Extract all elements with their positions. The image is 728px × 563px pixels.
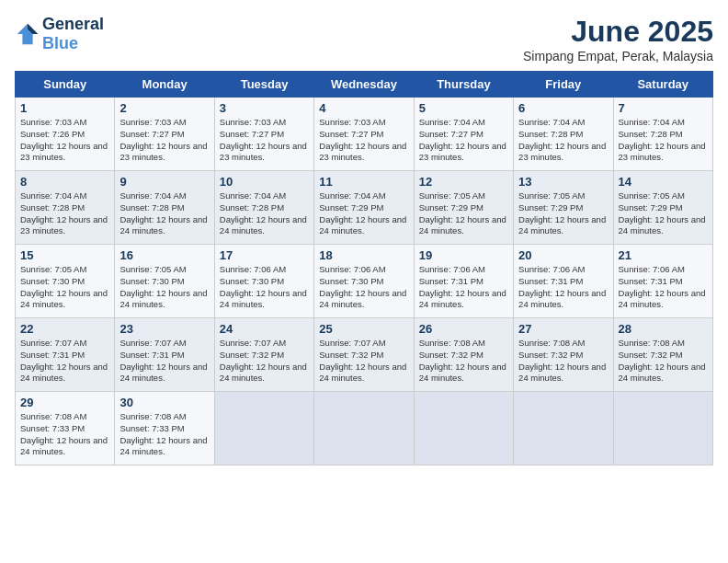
day-number: 2 — [119, 101, 209, 115]
day-number: 10 — [220, 175, 309, 189]
day-number: 4 — [319, 101, 408, 115]
calendar-cell: 27Sunrise: 7:08 AMSunset: 7:32 PMDayligh… — [514, 318, 613, 392]
cell-text: Sunrise: 7:03 AMSunset: 7:27 PMDaylight:… — [220, 117, 309, 164]
logo: General Blue — [15, 15, 104, 53]
day-header-monday: Monday — [115, 72, 214, 98]
calendar-week-2: 8Sunrise: 7:04 AMSunset: 7:28 PMDaylight… — [16, 171, 713, 245]
day-number: 25 — [319, 322, 408, 336]
cell-text: Sunrise: 7:05 AMSunset: 7:29 PMDaylight:… — [619, 190, 708, 237]
calendar-cell: 13Sunrise: 7:05 AMSunset: 7:29 PMDayligh… — [514, 171, 613, 245]
calendar-cell: 8Sunrise: 7:04 AMSunset: 7:28 PMDaylight… — [16, 171, 115, 245]
cell-text: Sunrise: 7:03 AMSunset: 7:26 PMDaylight:… — [20, 117, 109, 164]
cell-text: Sunrise: 7:08 AMSunset: 7:32 PMDaylight:… — [419, 338, 508, 385]
day-header-tuesday: Tuesday — [214, 72, 313, 98]
calendar-title: June 2025 — [523, 15, 713, 49]
day-number: 3 — [220, 101, 309, 115]
calendar-cell: 30Sunrise: 7:08 AMSunset: 7:33 PMDayligh… — [115, 392, 214, 465]
calendar-cell — [214, 392, 313, 465]
cell-text: Sunrise: 7:04 AMSunset: 7:29 PMDaylight:… — [319, 190, 408, 237]
day-number: 19 — [419, 248, 508, 262]
cell-text: Sunrise: 7:07 AMSunset: 7:32 PMDaylight:… — [319, 338, 408, 385]
day-number: 27 — [518, 322, 608, 336]
calendar-cell: 15Sunrise: 7:05 AMSunset: 7:30 PMDayligh… — [16, 245, 115, 318]
calendar-cell: 5Sunrise: 7:04 AMSunset: 7:27 PMDaylight… — [414, 98, 513, 171]
day-header-wednesday: Wednesday — [314, 72, 414, 98]
cell-text: Sunrise: 7:05 AMSunset: 7:29 PMDaylight:… — [419, 190, 508, 237]
day-header-friday: Friday — [514, 72, 613, 98]
calendar-cell — [514, 392, 613, 465]
calendar-cell: 14Sunrise: 7:05 AMSunset: 7:29 PMDayligh… — [613, 171, 712, 245]
day-number: 24 — [220, 322, 309, 336]
logo-blue: Blue — [42, 34, 78, 52]
cell-text: Sunrise: 7:04 AMSunset: 7:28 PMDaylight:… — [119, 190, 209, 237]
calendar-cell: 2Sunrise: 7:03 AMSunset: 7:27 PMDaylight… — [115, 98, 214, 171]
cell-text: Sunrise: 7:06 AMSunset: 7:30 PMDaylight:… — [220, 264, 309, 311]
calendar-cell: 24Sunrise: 7:07 AMSunset: 7:32 PMDayligh… — [214, 318, 313, 392]
calendar-cell: 6Sunrise: 7:04 AMSunset: 7:28 PMDaylight… — [514, 98, 613, 171]
calendar-cell: 21Sunrise: 7:06 AMSunset: 7:31 PMDayligh… — [613, 245, 712, 318]
cell-text: Sunrise: 7:08 AMSunset: 7:32 PMDaylight:… — [619, 338, 708, 385]
cell-text: Sunrise: 7:08 AMSunset: 7:33 PMDaylight:… — [20, 411, 109, 458]
calendar-cell: 16Sunrise: 7:05 AMSunset: 7:30 PMDayligh… — [115, 245, 214, 318]
calendar-cell: 28Sunrise: 7:08 AMSunset: 7:32 PMDayligh… — [613, 318, 712, 392]
day-number: 18 — [319, 248, 408, 262]
title-area: June 2025 Simpang Empat, Perak, Malaysia — [523, 15, 713, 63]
calendar-cell: 18Sunrise: 7:06 AMSunset: 7:30 PMDayligh… — [314, 245, 414, 318]
calendar-cell: 11Sunrise: 7:04 AMSunset: 7:29 PMDayligh… — [314, 171, 414, 245]
day-number: 13 — [518, 175, 608, 189]
day-number: 21 — [619, 248, 708, 262]
cell-text: Sunrise: 7:03 AMSunset: 7:27 PMDaylight:… — [119, 117, 209, 164]
day-number: 7 — [619, 101, 708, 115]
day-number: 20 — [518, 248, 608, 262]
logo-general: General — [42, 15, 104, 33]
cell-text: Sunrise: 7:08 AMSunset: 7:32 PMDaylight:… — [518, 338, 608, 385]
cell-text: Sunrise: 7:07 AMSunset: 7:31 PMDaylight:… — [20, 338, 109, 385]
calendar-week-3: 15Sunrise: 7:05 AMSunset: 7:30 PMDayligh… — [16, 245, 713, 318]
cell-text: Sunrise: 7:08 AMSunset: 7:33 PMDaylight:… — [119, 411, 209, 458]
calendar-cell: 19Sunrise: 7:06 AMSunset: 7:31 PMDayligh… — [414, 245, 513, 318]
calendar-cell: 20Sunrise: 7:06 AMSunset: 7:31 PMDayligh… — [514, 245, 613, 318]
day-number: 1 — [20, 101, 109, 115]
day-number: 22 — [20, 322, 109, 336]
calendar-cell: 7Sunrise: 7:04 AMSunset: 7:28 PMDaylight… — [613, 98, 712, 171]
cell-text: Sunrise: 7:06 AMSunset: 7:30 PMDaylight:… — [319, 264, 408, 311]
day-number: 14 — [619, 175, 708, 189]
calendar-cell — [314, 392, 414, 465]
calendar-table: SundayMondayTuesdayWednesdayThursdayFrid… — [15, 71, 713, 465]
calendar-subtitle: Simpang Empat, Perak, Malaysia — [523, 49, 713, 63]
day-header-saturday: Saturday — [613, 72, 712, 98]
calendar-cell: 22Sunrise: 7:07 AMSunset: 7:31 PMDayligh… — [16, 318, 115, 392]
cell-text: Sunrise: 7:03 AMSunset: 7:27 PMDaylight:… — [319, 117, 408, 164]
day-number: 28 — [619, 322, 708, 336]
cell-text: Sunrise: 7:04 AMSunset: 7:28 PMDaylight:… — [518, 117, 608, 164]
header: General Blue June 2025 Simpang Empat, Pe… — [15, 15, 713, 63]
day-number: 6 — [518, 101, 608, 115]
calendar-cell: 9Sunrise: 7:04 AMSunset: 7:28 PMDaylight… — [115, 171, 214, 245]
day-number: 12 — [419, 175, 508, 189]
calendar-cell: 3Sunrise: 7:03 AMSunset: 7:27 PMDaylight… — [214, 98, 313, 171]
cell-text: Sunrise: 7:06 AMSunset: 7:31 PMDaylight:… — [619, 264, 708, 311]
cell-text: Sunrise: 7:06 AMSunset: 7:31 PMDaylight:… — [518, 264, 608, 311]
logo-icon — [15, 21, 40, 47]
cell-text: Sunrise: 7:06 AMSunset: 7:31 PMDaylight:… — [419, 264, 508, 311]
calendar-cell: 23Sunrise: 7:07 AMSunset: 7:31 PMDayligh… — [115, 318, 214, 392]
day-header-thursday: Thursday — [414, 72, 513, 98]
day-number: 8 — [20, 175, 109, 189]
calendar-body: 1Sunrise: 7:03 AMSunset: 7:26 PMDaylight… — [16, 98, 713, 465]
cell-text: Sunrise: 7:05 AMSunset: 7:30 PMDaylight:… — [20, 264, 109, 311]
day-number: 15 — [20, 248, 109, 262]
calendar-week-1: 1Sunrise: 7:03 AMSunset: 7:26 PMDaylight… — [16, 98, 713, 171]
cell-text: Sunrise: 7:05 AMSunset: 7:29 PMDaylight:… — [518, 190, 608, 237]
calendar-cell: 29Sunrise: 7:08 AMSunset: 7:33 PMDayligh… — [16, 392, 115, 465]
cell-text: Sunrise: 7:07 AMSunset: 7:31 PMDaylight:… — [119, 338, 209, 385]
calendar-cell: 4Sunrise: 7:03 AMSunset: 7:27 PMDaylight… — [314, 98, 414, 171]
day-number: 16 — [119, 248, 209, 262]
day-number: 17 — [220, 248, 309, 262]
calendar-cell: 12Sunrise: 7:05 AMSunset: 7:29 PMDayligh… — [414, 171, 513, 245]
cell-text: Sunrise: 7:04 AMSunset: 7:28 PMDaylight:… — [220, 190, 309, 237]
day-number: 5 — [419, 101, 508, 115]
calendar-cell: 17Sunrise: 7:06 AMSunset: 7:30 PMDayligh… — [214, 245, 313, 318]
day-number: 9 — [119, 175, 209, 189]
day-header-sunday: Sunday — [16, 72, 115, 98]
day-number: 23 — [119, 322, 209, 336]
